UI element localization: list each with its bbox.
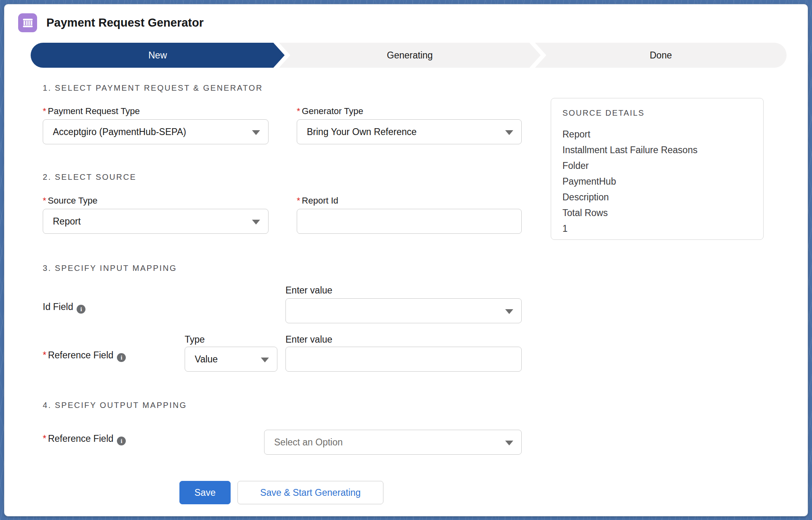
chevron-down-icon: [252, 220, 260, 225]
info-icon[interactable]: i: [117, 353, 126, 362]
reference-type-value: Value: [195, 354, 218, 364]
source-type-label: *Source Type: [43, 196, 98, 206]
input-reference-field-label: *Reference Fieldi: [43, 350, 126, 362]
source-details-title: SOURCE DETAILS: [562, 108, 752, 118]
source-detail-line: Report: [562, 127, 752, 142]
chevron-down-icon: [505, 309, 513, 314]
payment-request-type-value: Acceptgiro (PaymentHub-SEPA): [53, 127, 186, 137]
save-button[interactable]: Save: [179, 481, 231, 504]
chevron-down-icon: [505, 441, 513, 445]
reference-type-select[interactable]: Value: [185, 347, 277, 372]
info-icon[interactable]: i: [117, 437, 126, 445]
chevron-down-icon: [505, 130, 513, 135]
reference-value-input[interactable]: [285, 347, 522, 372]
save-and-start-generating-button[interactable]: Save & Start Generating: [237, 481, 383, 504]
required-asterisk: *: [43, 350, 46, 360]
generator-type-select[interactable]: Bring Your Own Reference: [297, 119, 522, 144]
section2-heading: 2. SELECT SOURCE: [43, 173, 136, 182]
source-detail-line: Total Rows: [562, 205, 752, 221]
source-detail-line: Installment Last Failure Reasons: [562, 142, 752, 158]
output-reference-select[interactable]: Select an Option: [264, 430, 522, 455]
payment-request-generator-icon: [18, 13, 37, 32]
source-detail-line: 1: [562, 221, 752, 237]
report-id-input[interactable]: [297, 209, 522, 234]
id-field-enter-value-label: Enter value: [285, 285, 332, 296]
source-type-select[interactable]: Report: [43, 209, 269, 234]
source-type-value: Report: [53, 216, 81, 227]
page-title: Payment Request Generator: [46, 16, 204, 29]
payment-request-type-label: *Payment Request Type: [43, 106, 140, 116]
progress-path: New Generating Done: [31, 43, 787, 68]
source-detail-line: PaymentHub: [562, 174, 752, 189]
chevron-down-icon: [261, 358, 269, 362]
path-step-new[interactable]: New: [31, 43, 285, 68]
section3-heading: 3. SPECIFY INPUT MAPPING: [43, 264, 177, 273]
required-asterisk: *: [297, 196, 300, 206]
id-field-label: Id Fieldi: [43, 302, 85, 314]
source-detail-line: Folder: [562, 158, 752, 174]
columns-icon: [22, 17, 34, 29]
required-asterisk: *: [43, 196, 46, 206]
info-icon[interactable]: i: [77, 305, 85, 314]
payment-request-generator-card: Payment Request Generator New Generating…: [4, 4, 808, 516]
output-reference-field-label: *Reference Fieldi: [43, 433, 126, 445]
payment-request-type-select[interactable]: Acceptgiro (PaymentHub-SEPA): [43, 119, 269, 144]
reference-type-label: Type: [185, 334, 205, 345]
section1-heading: 1. SELECT PAYMENT REQUEST & GENERATOR: [43, 83, 263, 93]
chevron-down-icon: [252, 130, 260, 135]
source-detail-line: Description: [562, 189, 752, 205]
output-reference-placeholder: Select an Option: [274, 437, 343, 447]
required-asterisk: *: [43, 106, 46, 116]
report-id-label: *Report Id: [297, 196, 338, 206]
path-step-done[interactable]: Done: [535, 43, 787, 68]
required-asterisk: *: [43, 433, 46, 444]
required-asterisk: *: [297, 106, 300, 116]
generator-type-label: *Generator Type: [297, 106, 363, 116]
generator-type-value: Bring Your Own Reference: [307, 127, 416, 137]
source-details-panel: SOURCE DETAILS Report Installment Last F…: [551, 98, 764, 240]
id-field-combobox[interactable]: [285, 298, 522, 323]
reference-enter-value-label: Enter value: [285, 334, 332, 345]
path-step-generating[interactable]: Generating: [279, 43, 541, 68]
section4-heading: 4. SPECIFY OUTPUT MAPPING: [43, 401, 187, 410]
